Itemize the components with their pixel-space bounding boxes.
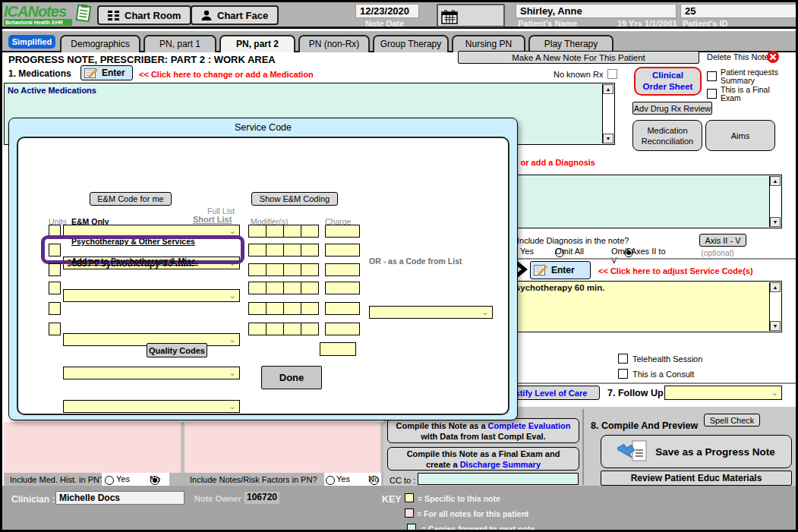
scroll-down-icon[interactable]: ▼	[603, 134, 613, 143]
compile-complete-eval-button[interactable]: Compile this Note as a Complete Evaluati…	[387, 418, 579, 443]
delete-note-icon[interactable]	[766, 50, 780, 64]
spell-check-button[interactable]: Spell Check	[704, 414, 760, 427]
make-new-note-button[interactable]: Make A New Note For This Patient	[458, 51, 699, 64]
em-code-dropdown[interactable]: ⌄	[63, 225, 240, 238]
scroll-up-icon[interactable]: ▲	[603, 84, 613, 94]
scroll-up-icon[interactable]: ▲	[770, 282, 781, 292]
final-exam-checkbox[interactable]	[707, 89, 717, 99]
units-input[interactable]	[49, 282, 61, 294]
addon-code-dropdown[interactable]: ⌄	[63, 289, 240, 302]
service-code-dropdown[interactable]: ⌄	[63, 367, 240, 379]
quality-code-input[interactable]	[320, 342, 356, 356]
scroll-down-icon[interactable]: ▼	[770, 321, 781, 331]
chevron-down-icon: ⌄	[227, 367, 238, 379]
med-hist-yes-radio[interactable]	[105, 476, 114, 485]
charge-input[interactable]	[325, 263, 360, 276]
clinician-value: Michelle Docs	[59, 493, 120, 503]
no-known-rx-checkbox[interactable]	[607, 69, 617, 79]
charge-input[interactable]	[325, 282, 360, 294]
tab-pn-part-1[interactable]: PN, part 1	[144, 35, 216, 52]
consult-checkbox[interactable]	[618, 369, 628, 379]
service-code-textarea[interactable]: 90837 Psychotherapy 60 min. ▲ ▼	[480, 281, 782, 332]
modifier-inputs[interactable]	[249, 225, 319, 238]
pink-panel-left[interactable]	[4, 422, 181, 473]
done-label: Done	[279, 372, 304, 383]
key-pink-label: = For all notes for this patient	[417, 509, 528, 518]
compile1-text: Compile this Note as a	[396, 421, 488, 430]
service-code-dropdown[interactable]: ⌄	[63, 400, 240, 413]
units-input[interactable]	[49, 225, 61, 238]
patient-id-field[interactable]: 25	[680, 4, 796, 18]
show-em-coding-button[interactable]: Show E&M Coding	[251, 192, 338, 206]
charge-input[interactable]	[325, 225, 360, 238]
em-code-for-me-button[interactable]: E&M Code for me	[90, 192, 172, 206]
chevron-down-icon: ⌄	[227, 334, 238, 345]
pencil-note-icon	[534, 264, 549, 276]
telehealth-checkbox[interactable]	[618, 354, 628, 364]
medications-scrollbar[interactable]: ▲ ▼	[602, 84, 613, 143]
service-code-scrollbar[interactable]: ▲ ▼	[769, 282, 781, 331]
service-code-dialog: Service Code E&M Code for me Show E&M Co…	[8, 118, 518, 420]
consult-label: This is a Consult	[632, 370, 694, 379]
or-code-label: OR - as a Code from List	[369, 257, 462, 266]
code-from-list-dropdown[interactable]: ⌄	[369, 306, 493, 319]
tab-nursing-pn[interactable]: Nursing PN	[452, 35, 525, 52]
diagnosis-scrollbar[interactable]: ▲ ▼	[769, 176, 781, 227]
service-code-enter-button[interactable]: Enter	[530, 261, 591, 279]
cc-to-field[interactable]	[418, 473, 579, 485]
modifier-inputs[interactable]	[249, 323, 319, 335]
review-educ-materials-button[interactable]: Review Patient Educ Materials	[601, 471, 792, 486]
units-input[interactable]	[49, 244, 61, 257]
adv-drug-rx-review-button[interactable]: Adv Drug Rx Review	[632, 102, 712, 115]
app-logo: ICANotes Behavioral Health EHR	[4, 3, 93, 27]
tab-pn-non-rx[interactable]: PN (non-Rx)	[298, 35, 370, 52]
tab-group-therapy[interactable]: Group Therapy	[373, 35, 449, 52]
charge-input[interactable]	[325, 302, 360, 315]
header-bar: ICANotes Behavioral Health EHR Chart Roo…	[2, 2, 796, 29]
modifier-inputs[interactable]	[249, 263, 319, 276]
patient-name-field[interactable]: Shirley, Anne	[516, 4, 677, 18]
medications-hint: << Click here to change or add a Medicat…	[139, 70, 314, 79]
note-date-field[interactable]: 12/23/2020	[355, 4, 419, 18]
chart-face-button[interactable]: Chart Face	[191, 5, 279, 25]
patient-requests-checkbox[interactable]	[707, 71, 717, 81]
tab-demographics[interactable]: Demographics	[60, 35, 140, 52]
include-diagnosis-question: Include Diagnosis in the note?	[517, 236, 629, 245]
tab-play-therapy[interactable]: Play Therapy	[528, 35, 613, 52]
tab-pn-part-2[interactable]: PN, part 2	[219, 35, 295, 52]
medications-enter-button[interactable]: Enter	[80, 65, 133, 80]
aims-button[interactable]: Aims	[705, 120, 775, 151]
medication-reconciliation-button[interactable]: Medication Reconciliation	[632, 120, 702, 151]
patient-age: 19 Yrs 1/1/2001	[617, 19, 677, 28]
modifier-inputs[interactable]	[249, 282, 319, 294]
units-input[interactable]	[49, 323, 61, 335]
done-button[interactable]: Done	[261, 366, 322, 389]
units-input[interactable]	[49, 302, 61, 315]
calendar-button[interactable]	[437, 4, 505, 27]
medications-enter-label: Enter	[102, 68, 125, 78]
medications-section-label: 1. Medications	[8, 68, 71, 79]
logo-title: ICANotes	[4, 3, 66, 20]
axis-ii-v-button[interactable]: Axis II - V	[699, 234, 746, 247]
include-notes-options: Yes No	[324, 473, 381, 486]
modifier-inputs[interactable]	[249, 244, 319, 257]
notes-yes-radio[interactable]	[326, 476, 335, 485]
tab-simplified[interactable]: Simplified	[8, 35, 55, 49]
modifier-inputs[interactable]	[249, 302, 319, 315]
charge-input[interactable]	[325, 244, 360, 257]
clinical-order-sheet-button[interactable]: Clinical Order Sheet	[634, 67, 702, 96]
scroll-up-icon[interactable]: ▲	[770, 176, 781, 186]
charge-input[interactable]	[325, 323, 360, 335]
save-progress-note-button[interactable]: Save as a Progress Note	[601, 435, 792, 468]
patient-name-label: Patient's Name	[518, 19, 577, 28]
clinician-field[interactable]: Michelle Docs	[55, 491, 185, 505]
aims-label: Aims	[731, 131, 749, 140]
compile-final-exam-button[interactable]: Compile this Note as a Final Exam and cr…	[387, 447, 579, 471]
short-list-link[interactable]: Short List	[193, 215, 232, 224]
scroll-down-icon[interactable]: ▼	[770, 217, 781, 227]
units-input[interactable]	[49, 263, 61, 276]
chart-room-button[interactable]: Chart Room	[97, 5, 191, 25]
pink-panel-right[interactable]	[185, 422, 380, 473]
follow-up-dropdown[interactable]: ⌄	[664, 386, 782, 400]
quality-codes-button[interactable]: Quality Codes	[147, 343, 207, 357]
